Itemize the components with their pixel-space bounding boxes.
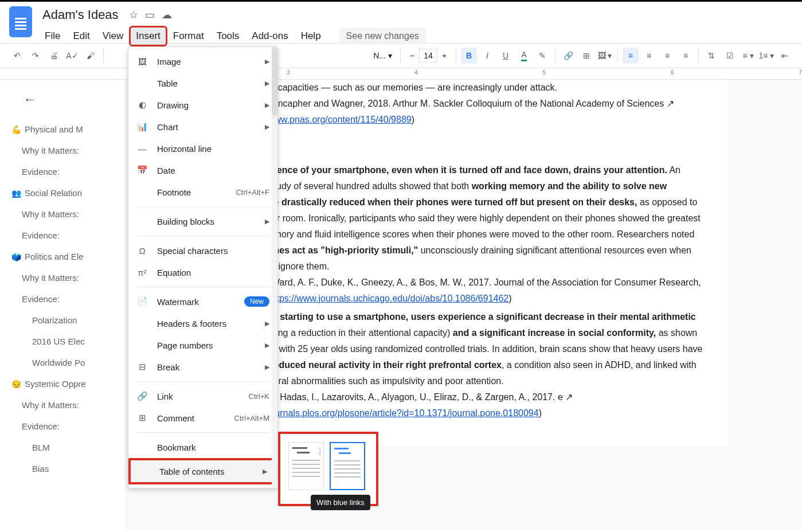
print-button[interactable]: 🖨 [46,48,62,64]
outline-label: 2016 US Elec [32,337,85,346]
outline-item[interactable]: Why it Matters: [11,204,126,225]
align-left-button[interactable]: ≡ [623,48,639,64]
citation: Source: Ward, A. F., Duke, K., Gneezy, A… [237,275,705,307]
bulleted-list-button[interactable]: ≡ ▾ [740,48,756,64]
outline-item[interactable]: Evidence: [11,225,126,246]
align-right-button[interactable]: ≡ [659,48,675,64]
star-icon[interactable]: ☆ [129,9,138,21]
paint-format-button[interactable]: 🖌 [83,48,99,64]
insert-table[interactable]: Table▶ [128,72,277,94]
menu-addons[interactable]: Add-ons [246,27,294,45]
insert-drawing[interactable]: ◐Drawing▶ [128,94,277,116]
font-size-decrease[interactable]: − [405,49,419,62]
font-size-input[interactable]: 14 [419,49,437,62]
insert-watermark[interactable]: 📄WatermarkNew [128,291,277,312]
document-title[interactable]: Adam's Ideas [39,6,122,24]
insert-date[interactable]: 📅Date [128,159,277,181]
outline-item[interactable]: 💪Physical and M [11,119,126,140]
outline-collapse-icon[interactable]: ← [11,91,126,107]
menu-edit[interactable]: Edit [67,27,95,45]
outline-emoji-icon: 🗳️ [11,252,21,261]
italic-button[interactable]: I [479,48,495,64]
highlight-button[interactable]: ✎ [534,48,550,64]
line-spacing-button[interactable]: ⇅ [703,48,719,64]
bold-button[interactable]: B [461,48,477,64]
insert-chart[interactable]: 📊Chart▶ [128,116,277,138]
see-new-changes[interactable]: See new changes [339,28,426,45]
ruler[interactable]: 34567 [0,68,802,80]
insert-equation[interactable]: π²Equation [128,261,277,283]
outline-item[interactable]: Worldwide Po [11,352,126,373]
insert-comment[interactable]: ⊞CommentCtrl+Alt+M [128,407,277,429]
checklist-button[interactable]: ☑ [722,48,738,64]
underline-button[interactable]: U [498,48,514,64]
font-select[interactable]: N... ▾ [370,48,396,64]
font-size-increase[interactable]: + [437,49,451,62]
outline-item[interactable]: Evidence: [11,161,126,182]
text-color-button[interactable]: A [516,48,532,64]
outline-item[interactable]: Why it Matters: [11,140,126,161]
decrease-indent-button[interactable]: ⇤ [777,48,793,64]
outline-label: BLM [32,443,50,452]
outline-emoji-icon: 💪 [11,125,21,134]
outline-label: Worldwide Po [32,358,85,367]
break-icon: ⊟ [136,361,148,373]
header: Adam's Ideas ☆ ▭ ☁ File Edit View Insert… [0,2,802,43]
pagenum-icon [136,339,148,351]
toc-option-with-blue-links[interactable] [330,442,365,490]
docs-logo[interactable] [9,6,32,37]
chart-icon: 📊 [136,121,148,132]
move-icon[interactable]: ▭ [145,9,155,21]
outline-label: Why it Matters: [22,273,79,283]
menu-view[interactable]: View [97,27,130,45]
insert-special-characters[interactable]: ΩSpecial characters [128,240,277,261]
outline-item[interactable]: 👥Social Relation [11,182,126,204]
insert-comment-button[interactable]: ⊞ [578,48,594,64]
menu-help[interactable]: Help [295,27,327,45]
menu-format[interactable]: Format [167,27,210,45]
outline-item[interactable]: Polarization [11,310,126,331]
insert-break[interactable]: ⊟Break▶ [128,356,277,378]
align-center-button[interactable]: ≡ [641,48,657,64]
outline-item[interactable]: Evidence: [11,416,126,437]
footnote-icon [136,186,148,198]
menu-tools[interactable]: Tools [211,27,245,45]
outline-item[interactable]: BLM [11,437,126,458]
insert-page-numbers[interactable]: Page numbers▶ [128,334,277,356]
undo-button[interactable]: ↶ [9,48,25,64]
outline-item[interactable]: 🗳️Politics and Ele [11,246,126,267]
outline-item[interactable]: Bias [11,458,126,479]
outline-label: Evidence: [22,167,60,177]
outline-item[interactable]: Evidence: [11,288,126,310]
citation-link[interactable]: https://www.journals.uchicago.edu/doi/ab… [269,294,508,303]
outline-label: Evidence: [22,294,60,304]
citation-link[interactable]: https://journals.plos.org/plosone/articl… [240,408,539,418]
insert-image[interactable]: 🖼Image▶ [128,50,277,72]
insert-headers-footers[interactable]: Headers & footers▶ [128,312,277,334]
insert-bookmark[interactable]: Bookmark [128,436,277,458]
cloud-icon[interactable]: ☁ [162,9,172,21]
outline-item[interactable]: 😔Systemic Oppre [11,373,126,394]
outline-emoji-icon: 👥 [11,189,21,198]
insert-link[interactable]: 🔗LinkCtrl+K [128,385,277,407]
redo-button[interactable]: ↷ [28,48,44,64]
insert-horizontal-line[interactable]: —Horizontal line [128,138,277,159]
blocks-icon [136,216,148,227]
outline-item[interactable]: 2016 US Elec [11,331,126,352]
insert-table-of-contents[interactable]: Table of contents▶ [131,460,275,482]
numbered-list-button[interactable]: 1≡ ▾ [758,48,774,64]
insert-image-button[interactable]: 🖼 ▾ [597,48,613,64]
outline-item[interactable]: Why it Matters: [11,394,126,416]
insert-building-blocks[interactable]: Building blocks▶ [128,210,277,232]
menu-insert[interactable]: Insert [130,27,166,45]
toc-option-with-page-numbers[interactable]: 12 [288,442,324,490]
spellcheck-button[interactable]: A✓ [64,48,80,64]
outline-label: Bias [32,464,49,474]
outline-item[interactable]: Why it Matters: [11,267,126,288]
outline-label: Social Relation [25,188,82,198]
insert-link-button[interactable]: 🔗 [560,48,576,64]
insert-footnote[interactable]: FootnoteCtrl+Alt+F [128,181,277,203]
align-justify-button[interactable]: ≡ [678,48,694,64]
menu-file[interactable]: File [39,27,66,45]
comment-icon: ⊞ [136,412,148,424]
